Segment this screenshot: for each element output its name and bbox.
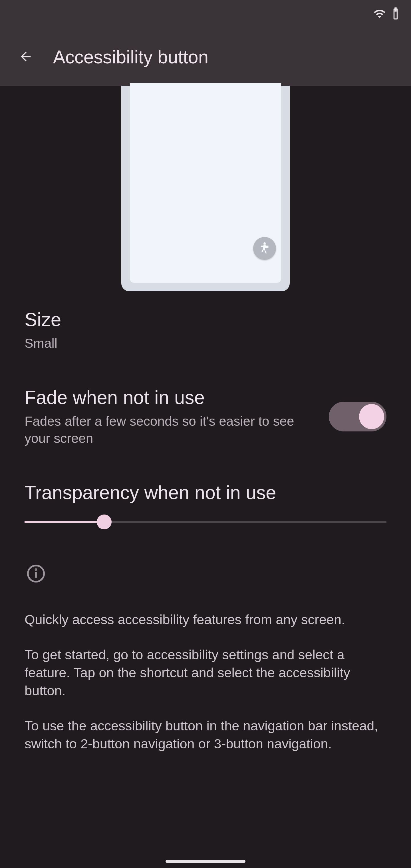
fade-toggle[interactable] <box>329 402 386 431</box>
transparency-slider[interactable] <box>25 521 386 523</box>
battery-icon <box>391 7 400 21</box>
phone-screen <box>130 83 281 283</box>
info-section: Quickly access accessibility features fr… <box>25 562 386 753</box>
transparency-setting: Transparency when not in use <box>25 464 386 551</box>
info-paragraph-1: Quickly access accessibility features fr… <box>25 611 386 629</box>
gesture-nav-bar[interactable] <box>165 860 246 863</box>
wifi-icon <box>373 7 386 21</box>
status-bar <box>0 0 411 29</box>
fade-subtitle: Fades after a few seconds so it's easier… <box>25 413 317 447</box>
size-setting[interactable]: Size Small <box>25 291 386 369</box>
size-value: Small <box>25 335 386 352</box>
slider-thumb[interactable] <box>97 515 112 529</box>
size-title: Size <box>25 308 386 331</box>
fade-setting[interactable]: Fade when not in use Fades after a few s… <box>25 369 386 464</box>
fade-title: Fade when not in use <box>25 386 317 409</box>
accessibility-icon <box>258 241 271 255</box>
arrow-back-icon <box>18 49 33 65</box>
phone-mock <box>121 86 290 291</box>
floating-accessibility-button <box>253 237 276 260</box>
back-button[interactable] <box>11 43 40 71</box>
slider-fill <box>25 521 104 523</box>
svg-point-1 <box>263 242 266 245</box>
page-title: Accessibility button <box>53 46 208 68</box>
info-icon <box>25 562 48 585</box>
button-preview <box>0 86 411 291</box>
app-bar: Accessibility button <box>0 29 411 86</box>
transparency-title: Transparency when not in use <box>25 482 386 504</box>
info-paragraph-2: To get started, go to accessibility sett… <box>25 646 386 700</box>
info-paragraph-3: To use the accessibility button in the n… <box>25 717 386 753</box>
svg-rect-0 <box>394 10 397 12</box>
svg-point-4 <box>36 569 36 570</box>
